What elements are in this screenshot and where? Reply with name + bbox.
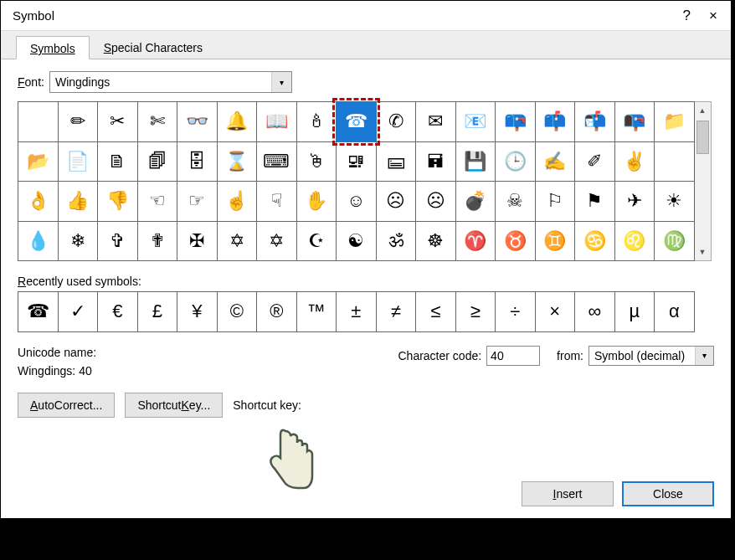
symbol-cell[interactable]: ✈ bbox=[614, 182, 655, 222]
symbol-cell[interactable]: ✆ bbox=[376, 102, 416, 142]
symbol-cell[interactable]: ✄ bbox=[137, 102, 177, 142]
recent-symbol-cell[interactable]: ☎ bbox=[18, 292, 59, 332]
recent-symbol-cell[interactable]: ¥ bbox=[177, 292, 218, 332]
recent-symbol-cell[interactable]: ∞ bbox=[575, 292, 615, 332]
symbol-cell[interactable]: ☯ bbox=[337, 221, 377, 261]
recent-symbol-cell[interactable]: ≤ bbox=[416, 292, 456, 332]
recent-symbol-cell[interactable]: £ bbox=[137, 292, 177, 332]
insert-button[interactable]: Insert bbox=[522, 481, 614, 506]
symbol-cell[interactable]: ✡ bbox=[217, 221, 257, 261]
recent-symbol-cell[interactable]: × bbox=[535, 292, 575, 332]
symbol-cell[interactable]: ♉ bbox=[496, 221, 536, 261]
symbol-cell[interactable]: ✏ bbox=[58, 102, 98, 142]
symbol-cell[interactable]: 📄 bbox=[58, 141, 98, 182]
symbol-cell[interactable]: 👎 bbox=[98, 182, 138, 222]
charcode-input[interactable] bbox=[486, 346, 540, 366]
symbol-cell[interactable]: ✌ bbox=[614, 141, 655, 182]
scroll-thumb[interactable] bbox=[696, 121, 709, 154]
shortcut-key-button[interactable]: Shortcut Key... bbox=[125, 393, 223, 418]
symbol-cell[interactable]: ☀ bbox=[655, 182, 695, 222]
scroll-up-icon[interactable]: ▲ bbox=[695, 102, 711, 119]
symbol-cell[interactable]: ♌ bbox=[614, 221, 655, 261]
recent-symbol-cell[interactable]: ✓ bbox=[58, 292, 98, 332]
symbol-cell[interactable]: 🗄 bbox=[177, 141, 218, 182]
recent-symbol-cell[interactable]: µ bbox=[614, 292, 655, 332]
symbol-cell[interactable]: ♊ bbox=[535, 221, 575, 261]
symbol-cell[interactable]: 🗐 bbox=[137, 141, 177, 182]
symbol-cell[interactable]: 👓 bbox=[177, 102, 218, 142]
symbol-cell[interactable]: ☸ bbox=[416, 221, 456, 261]
symbol-cell[interactable]: 👌 bbox=[18, 182, 59, 222]
symbol-cell[interactable]: ✡ bbox=[257, 221, 297, 261]
symbol-cell[interactable]: 📧 bbox=[455, 102, 496, 142]
from-select[interactable]: Symbol (decimal) ▾ bbox=[589, 346, 714, 366]
symbol-cell[interactable]: ☹ bbox=[376, 182, 416, 222]
symbol-cell[interactable]: 📂 bbox=[18, 141, 59, 182]
recent-symbol-cell[interactable]: € bbox=[98, 292, 138, 332]
tab-special-characters[interactable]: Special Characters bbox=[90, 35, 217, 59]
symbol-cell[interactable]: ✋ bbox=[296, 182, 337, 222]
symbol-cell[interactable]: ⌨ bbox=[257, 141, 297, 182]
symbol-cell[interactable]: 🖴 bbox=[376, 141, 416, 182]
symbol-cell[interactable]: 🖰 bbox=[296, 141, 337, 182]
symbol-cell[interactable]: ⚐ bbox=[535, 182, 575, 222]
recent-symbol-cell[interactable]: © bbox=[217, 292, 257, 332]
help-icon[interactable]: ? bbox=[683, 8, 691, 24]
symbol-cell[interactable]: ✞ bbox=[98, 221, 138, 261]
symbol-cell[interactable]: ♍ bbox=[655, 221, 695, 261]
symbol-cell[interactable]: ✟ bbox=[137, 221, 177, 261]
symbol-cell[interactable]: ✐ bbox=[575, 141, 615, 182]
symbol-cell[interactable]: 📁 bbox=[655, 102, 695, 142]
symbol-cell[interactable]: ☝ bbox=[217, 182, 257, 222]
recent-symbol-cell[interactable]: ™ bbox=[296, 292, 337, 332]
symbol-cell[interactable]: 🖳 bbox=[337, 141, 377, 182]
symbol-cell[interactable]: 💾 bbox=[455, 141, 496, 182]
symbol-cell[interactable]: 📪 bbox=[496, 102, 536, 142]
symbol-cell[interactable]: ☹ bbox=[416, 182, 456, 222]
recent-symbol-cell[interactable]: ≥ bbox=[455, 292, 496, 332]
close-button[interactable]: Close bbox=[622, 481, 714, 506]
symbol-cell[interactable]: 🕒 bbox=[496, 141, 536, 182]
symbol-cell[interactable]: ✉ bbox=[416, 102, 456, 142]
symbol-cell[interactable]: 👍 bbox=[58, 182, 98, 222]
recent-symbol-cell[interactable]: α bbox=[655, 292, 695, 332]
symbol-cell[interactable]: ☠ bbox=[496, 182, 536, 222]
grid-scrollbar[interactable]: ▲ ▼ bbox=[695, 101, 712, 261]
symbol-cell[interactable]: 🔔 bbox=[217, 102, 257, 142]
symbol-cell[interactable]: ♋ bbox=[575, 221, 615, 261]
symbol-cell[interactable]: ☞ bbox=[177, 182, 218, 222]
symbol-cell[interactable]: 📖 bbox=[257, 102, 297, 142]
recent-symbol-cell[interactable]: ≠ bbox=[376, 292, 416, 332]
symbol-cell[interactable]: ✍ bbox=[535, 141, 575, 182]
symbol-cell[interactable]: 🖬 bbox=[416, 141, 456, 182]
chevron-down-icon[interactable]: ▾ bbox=[695, 347, 713, 365]
symbol-cell[interactable]: ⌛ bbox=[217, 141, 257, 182]
symbol-cell[interactable]: ⚑ bbox=[575, 182, 615, 222]
symbol-cell[interactable]: ॐ bbox=[376, 221, 416, 261]
symbol-cell[interactable]: ☪ bbox=[296, 221, 337, 261]
close-icon[interactable]: × bbox=[709, 8, 717, 24]
symbol-cell[interactable]: ☎ bbox=[337, 102, 377, 142]
symbol-cell[interactable]: 🗎 bbox=[98, 141, 138, 182]
symbol-cell[interactable]: ❄ bbox=[58, 221, 98, 261]
font-select[interactable]: Wingdings ▾ bbox=[49, 71, 292, 93]
symbol-cell[interactable]: 📬 bbox=[575, 102, 615, 142]
autocorrect-button[interactable]: AutoCorrect... bbox=[18, 393, 115, 418]
symbol-cell[interactable]: ✂ bbox=[98, 102, 138, 142]
symbol-cell[interactable]: 📭 bbox=[614, 102, 655, 142]
symbol-cell[interactable]: 🕯 bbox=[296, 102, 337, 142]
chevron-down-icon[interactable]: ▾ bbox=[271, 72, 291, 92]
recent-symbol-cell[interactable]: ± bbox=[337, 292, 377, 332]
symbol-cell[interactable]: ✠ bbox=[177, 221, 218, 261]
symbol-cell[interactable]: ☜ bbox=[137, 182, 177, 222]
symbol-cell[interactable]: ♈ bbox=[455, 221, 496, 261]
symbol-cell[interactable]: 📫 bbox=[535, 102, 575, 142]
symbol-cell[interactable]: 💣 bbox=[455, 182, 496, 222]
symbol-cell[interactable]: 💧 bbox=[18, 221, 59, 261]
symbol-cell[interactable]: ☟ bbox=[257, 182, 297, 222]
tab-symbols[interactable]: Symbols bbox=[16, 36, 90, 59]
scroll-down-icon[interactable]: ▼ bbox=[695, 244, 711, 260]
symbol-cell[interactable] bbox=[18, 102, 59, 142]
recent-symbol-cell[interactable]: ® bbox=[257, 292, 297, 332]
recent-symbol-cell[interactable]: ÷ bbox=[496, 292, 536, 332]
